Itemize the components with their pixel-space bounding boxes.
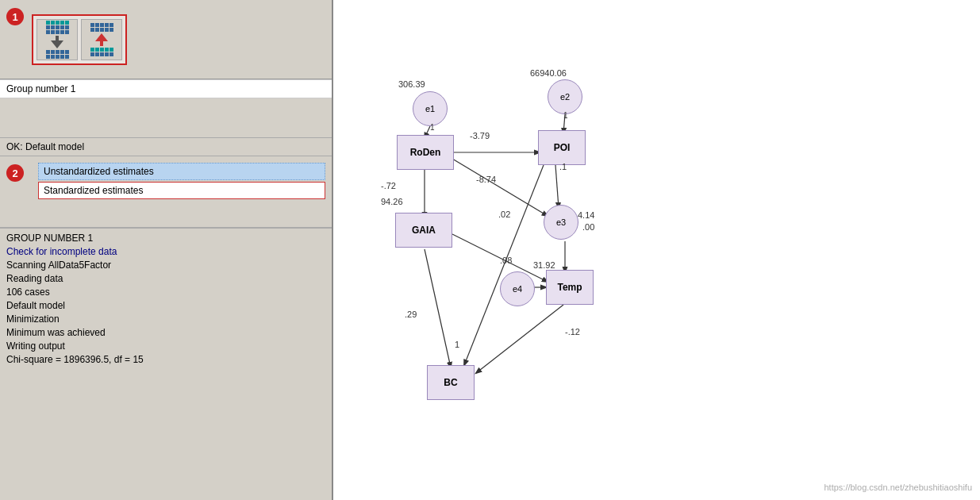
log-item-check: Check for incomplete data: [6, 245, 325, 258]
label-neg874: -8.74: [476, 175, 496, 184]
node-bc: BC: [427, 365, 475, 400]
label-e2-sub: 1: [563, 111, 568, 120]
log-area: GROUP NUMBER 1 Check for incomplete data…: [0, 229, 332, 500]
log-item: GROUP NUMBER 1: [6, 232, 325, 244]
unstandardized-estimates-item[interactable]: Unstandardized estimates: [38, 163, 325, 180]
import-button[interactable]: [37, 19, 78, 60]
node-e2: e2: [548, 79, 582, 114]
log-item-achieved: Minimum was achieved: [6, 326, 325, 339]
right-panel: e1 1 e2 1 e3 e4 RoDen POI GAIA: [333, 0, 980, 500]
node-temp: Temp: [546, 270, 594, 305]
log-item-min: Minimization: [6, 313, 325, 325]
label-3192: 31.92: [533, 260, 555, 270]
node-poi: POI: [538, 130, 586, 165]
watermark: https://blog.csdn.net/zhebushitiaoshifu: [824, 483, 972, 492]
label-414: 4.14: [578, 210, 594, 220]
badge-2: 2: [6, 164, 24, 182]
svg-line-9: [425, 249, 451, 367]
node-gaia: GAIA: [395, 213, 452, 248]
standardized-estimates-item[interactable]: Standardized estimates: [38, 182, 325, 199]
label-neg379: -3.79: [470, 131, 490, 140]
label-02: .02: [498, 210, 510, 219]
toolbar-area: 1: [0, 0, 332, 79]
label-08: .08: [500, 256, 512, 265]
empty-text-area: [0, 98, 332, 138]
svg-line-5: [555, 165, 559, 208]
toolbar-icon-box: [32, 14, 127, 65]
label-point1: .1: [559, 162, 567, 171]
label-e1-sub: 1: [430, 123, 435, 132]
group-number-bar: Group number 1: [0, 79, 332, 98]
svg-line-11: [464, 165, 544, 365]
diagram-area: e1 1 e2 1 e3 e4 RoDen POI GAIA: [333, 0, 980, 500]
label-9426: 94.26: [381, 197, 403, 206]
label-66940: 66940.06: [530, 68, 567, 78]
estimates-list: Unstandardized estimates Standardized es…: [38, 163, 325, 199]
arrows-svg: [333, 0, 980, 500]
badge-1: 1: [6, 8, 24, 25]
log-item-chisq: Chi-square = 1896396.5, df = 15: [6, 353, 325, 366]
log-item-reading: Reading data: [6, 272, 325, 285]
log-item-cases: 106 cases: [6, 286, 325, 298]
svg-line-10: [476, 305, 563, 373]
left-panel: 1: [0, 0, 333, 500]
node-roden: RoDen: [397, 135, 454, 170]
label-neg12: -.12: [565, 327, 580, 337]
label-306: 306.39: [398, 79, 425, 89]
ok-default-model-label: OK: Default model: [0, 138, 332, 156]
node-e1: e1: [413, 91, 448, 126]
label-1-path: 1: [455, 340, 459, 349]
node-e3: e3: [544, 205, 578, 240]
log-item-default: Default model: [6, 299, 325, 312]
svg-line-4: [452, 159, 548, 216]
estimates-section: 2 Unstandardized estimates Standardized …: [0, 156, 332, 228]
group-number-label: Group number 1: [6, 83, 75, 94]
label-00: .00: [582, 222, 594, 232]
export-button[interactable]: [81, 19, 122, 60]
log-item-scan: Scanning AllData5Factor: [6, 259, 325, 271]
label-29: .29: [405, 310, 417, 319]
label-neg72: -.72: [381, 181, 396, 190]
log-item-writing: Writing output: [6, 340, 325, 352]
node-e4: e4: [500, 271, 535, 306]
